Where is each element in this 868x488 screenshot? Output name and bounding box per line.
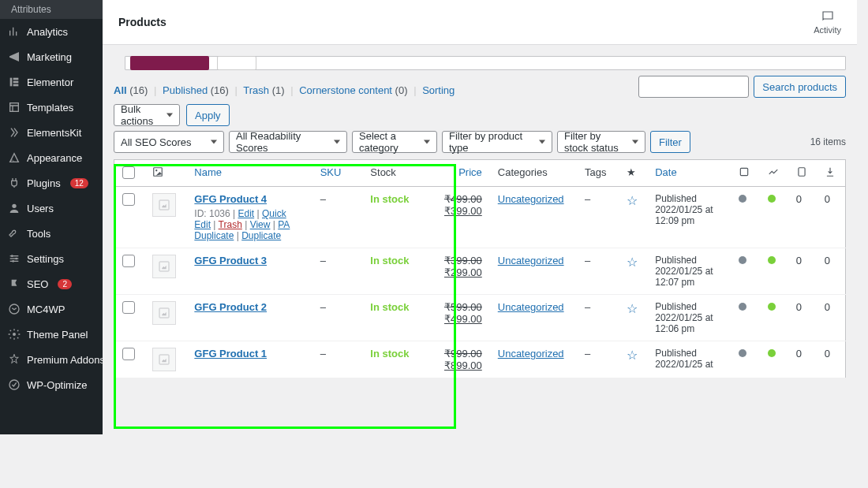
table-row: GFG Product 1 – In stock ₹999.00₹899.00 … (114, 341, 846, 378)
row-checkbox[interactable] (122, 255, 135, 267)
items-count: 16 items (810, 136, 846, 147)
svg-point-10 (15, 258, 17, 260)
svg-rect-22 (159, 355, 169, 364)
page-title: Products (118, 16, 166, 28)
badge: 12 (70, 178, 88, 188)
sidebar-item-wp-optimize[interactable]: WP-Optimize (0, 372, 103, 397)
tags-cell: – (577, 248, 619, 295)
svg-rect-21 (159, 308, 169, 318)
readability-dot (768, 349, 776, 357)
sidebar-item-appearance[interactable]: Appearance (0, 145, 103, 170)
product-type-select[interactable]: Filter by product type (442, 131, 552, 153)
col-name[interactable]: Name (194, 166, 222, 178)
sidebar-item-label: Templates (27, 102, 73, 114)
col-stock: Stock (362, 160, 429, 187)
sidebar-item-analytics[interactable]: Analytics (0, 19, 103, 44)
sidebar-item-seo[interactable]: SEO2 (0, 271, 103, 296)
sidebar-item-label: Settings (27, 253, 64, 265)
svg-rect-1 (13, 78, 19, 80)
sidebar-item-users[interactable]: Users (0, 196, 103, 221)
seo-dot (739, 256, 746, 264)
filter-published[interactable]: Published (163, 84, 208, 96)
category-link[interactable]: Uncategorized (498, 301, 564, 313)
readability-scores-select[interactable]: All Readability Scores (229, 131, 347, 153)
analytics-icon (8, 25, 21, 38)
svg-rect-20 (159, 262, 169, 271)
table-row: GFG Product 4ID: 1036 | Edit | Quick Edi… (114, 187, 846, 248)
product-thumbnail (152, 193, 176, 217)
trash-link[interactable]: Trash (219, 219, 242, 230)
sidebar-item-plugins[interactable]: Plugins12 (0, 170, 103, 196)
view-link[interactable]: View (250, 219, 271, 230)
product-thumbnail (152, 348, 176, 371)
filter-button[interactable]: Filter (650, 131, 690, 153)
product-name-link[interactable]: GFG Product 1 (194, 348, 267, 359)
elementskit-icon (8, 126, 21, 139)
seo-dot (739, 195, 746, 203)
apply-button[interactable]: Apply (186, 104, 230, 126)
featured-star[interactable]: ☆ (627, 194, 638, 207)
settings-icon (8, 252, 21, 265)
product-name-link[interactable]: GFG Product 2 (194, 301, 267, 313)
filter-sorting[interactable]: Sorting (422, 84, 455, 96)
sidebar-item-elementskit[interactable]: ElementsKit (0, 120, 103, 145)
col-featured-icon: ★ (619, 160, 647, 187)
activity-button[interactable]: Activity (814, 9, 841, 35)
readability-dot (768, 303, 776, 311)
search-input[interactable] (638, 76, 749, 98)
product-name-link[interactable]: GFG Product 4 (194, 193, 267, 205)
product-name-link[interactable]: GFG Product 3 (194, 255, 267, 266)
seo-scores-select[interactable]: All SEO Scores (114, 131, 224, 153)
sku-cell: – (312, 341, 363, 378)
stat4-cell: 0 (817, 341, 846, 378)
sidebar-item-elementor[interactable]: Elementor (0, 69, 103, 95)
sidebar-item-label: Marketing (27, 51, 72, 63)
sidebar-item-settings[interactable]: Settings (0, 246, 103, 271)
edit-link[interactable]: Edit (238, 208, 255, 219)
sidebar-item-theme-panel[interactable]: Theme Panel (0, 322, 103, 347)
users-icon (8, 202, 21, 214)
stock-status: In stock (370, 255, 409, 266)
category-link[interactable]: Uncategorized (498, 348, 564, 359)
sidebar-item-templates[interactable]: Templates (0, 95, 103, 120)
col-sku[interactable]: SKU (320, 166, 342, 178)
svg-rect-17 (741, 168, 748, 175)
stat4-cell: 0 (817, 248, 846, 295)
duplicate-link[interactable]: Duplicate (241, 230, 281, 241)
sidebar-item-premium-addons[interactable]: Premium Addons for Elementor (0, 347, 103, 372)
select-all-checkbox[interactable] (122, 166, 135, 179)
sidebar-item-tools[interactable]: Tools (0, 221, 103, 246)
col-date[interactable]: Date (655, 166, 676, 178)
bulk-actions-select[interactable]: Bulk actions (114, 104, 180, 126)
category-select[interactable]: Select a category (352, 131, 437, 153)
sidebar-item-mc4wp[interactable]: MC4WP (0, 296, 103, 322)
date-cell: Published2022/01/25 at 12:07 pm (655, 255, 723, 288)
search-products-button[interactable]: Search products (754, 76, 846, 98)
svg-point-13 (13, 333, 16, 336)
elementor-icon (8, 76, 21, 88)
row-checkbox[interactable] (122, 193, 135, 206)
col-price[interactable]: Price (458, 166, 482, 178)
product-thumbnail (152, 301, 176, 325)
category-link[interactable]: Uncategorized (498, 193, 564, 205)
col-stats2-icon (760, 160, 788, 187)
row-checkbox[interactable] (122, 348, 135, 360)
featured-star[interactable]: ☆ (627, 302, 638, 315)
filter-trash[interactable]: Trash (243, 84, 269, 96)
row-checkbox[interactable] (122, 301, 135, 314)
category-link[interactable]: Uncategorized (498, 255, 564, 266)
sidebar-item-label: Premium Addons for Elementor (27, 354, 103, 366)
templates-icon (8, 101, 21, 114)
filter-cornerstone[interactable]: Cornerstone content (299, 84, 392, 96)
price-cell: ₹999.00₹899.00 (429, 341, 489, 378)
mc4wp-icon (8, 303, 21, 315)
stock-status-select[interactable]: Filter by stock status (557, 131, 645, 153)
sidebar-sub-attributes[interactable]: Attributes (0, 0, 103, 19)
stat3-cell: 0 (788, 341, 817, 378)
sidebar-item-marketing[interactable]: Marketing (0, 44, 103, 69)
svg-point-5 (12, 204, 16, 208)
table-row: GFG Product 3 – In stock ₹399.00₹299.00 … (114, 248, 846, 295)
featured-star[interactable]: ☆ (627, 348, 638, 362)
featured-star[interactable]: ☆ (627, 255, 638, 269)
filter-all[interactable]: All (114, 84, 127, 96)
